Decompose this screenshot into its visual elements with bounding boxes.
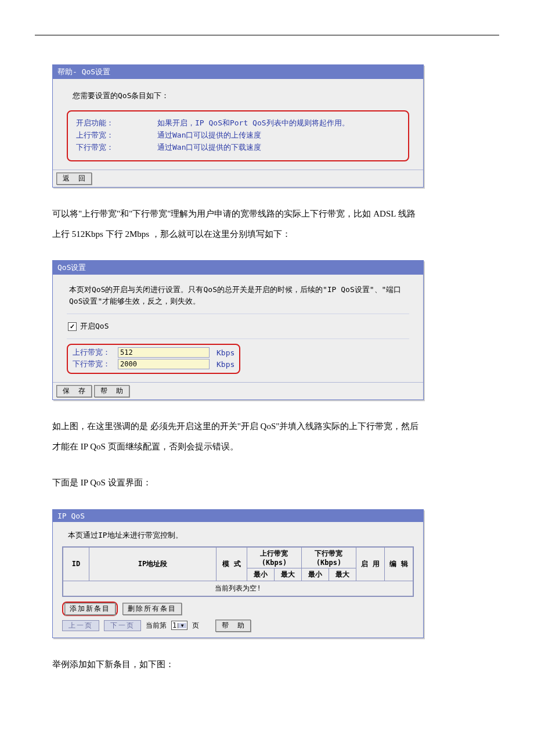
divider <box>67 339 409 339</box>
ip-qos-title: IP QoS <box>53 510 423 522</box>
uplink-input[interactable] <box>118 347 210 358</box>
page-select[interactable]: 1 ▼ <box>171 621 187 630</box>
help-row-enable: 开启功能： 如果开启，IP QoS和Port QoS列表中的规则将起作用。 <box>76 118 400 128</box>
ip-qos-table: ID IP地址段 模 式 上行带宽(Kbps) 下行带宽(Kbps) 启 用 编… <box>63 547 413 596</box>
th-up-group: 上行带宽(Kbps) <box>247 547 302 568</box>
downlink-input[interactable] <box>118 359 210 369</box>
page-prefix: 当前第 <box>146 621 167 631</box>
paragraph-1: 可以将"上行带宽"和"下行带宽"理解为用户申请的宽带线路的实际上下行带宽，比如 … <box>52 204 424 244</box>
th-mode: 模 式 <box>217 547 247 581</box>
page-select-value: 1 <box>172 621 176 629</box>
help-row-downlink: 下行带宽： 通过Wan口可以提供的下载速度 <box>76 142 400 153</box>
uplink-label: 上行带宽： <box>73 347 113 358</box>
delete-all-button[interactable]: 删除所有条目 <box>122 603 182 615</box>
help-qos-intro: 您需要设置的QoS条目如下： <box>73 91 403 101</box>
uplink-unit: Kbps <box>217 348 234 357</box>
save-button[interactable]: 保 存 <box>56 385 92 397</box>
help-qos-panel: 帮助- QoS设置 您需要设置的QoS条目如下： 开启功能： 如果开启，IP Q… <box>52 64 424 188</box>
divider <box>67 314 409 314</box>
empty-list-text: 当前列表为空! <box>63 581 413 596</box>
bandwidth-highlight-box: 上行带宽： Kbps 下行带宽： Kbps <box>67 344 240 374</box>
enable-qos-checkbox[interactable]: ✓ <box>68 322 77 331</box>
page-suffix: 页 <box>192 621 199 631</box>
th-up-min: 最小 <box>247 568 275 581</box>
help-button[interactable]: 帮 助 <box>94 385 129 397</box>
top-rule <box>35 35 499 35</box>
prev-page-button[interactable]: 上一页 <box>62 620 99 631</box>
downlink-row: 下行带宽： Kbps <box>73 359 234 369</box>
qos-settings-panel: QoS设置 本页对QoS的开启与关闭进行设置。只有QoS的总开关是开启的时候，后… <box>52 260 424 400</box>
paragraph-3: 下面是 IP QoS 设置界面： <box>52 473 424 493</box>
help-row-enable-label: 开启功能： <box>76 118 157 128</box>
help-row-uplink-label: 上行带宽： <box>76 130 157 141</box>
help-row-downlink-value: 通过Wan口可以提供的下载速度 <box>157 142 261 153</box>
chevron-down-icon: ▼ <box>178 623 186 628</box>
th-up-max: 最大 <box>274 568 301 581</box>
add-item-button[interactable]: 添加新条目 <box>64 603 116 615</box>
help-row-downlink-label: 下行带宽： <box>76 142 157 153</box>
qos-settings-desc: 本页对QoS的开启与关闭进行设置。只有QoS的总开关是开启的时候，后续的"IP … <box>69 284 407 307</box>
qos-settings-title: QoS设置 <box>53 261 423 275</box>
uplink-row: 上行带宽： Kbps <box>73 347 234 358</box>
paragraph-4: 举例添加如下新条目，如下图： <box>52 654 424 675</box>
th-down-max: 最大 <box>329 568 356 581</box>
th-enable: 启 用 <box>356 547 385 581</box>
help-row-uplink: 上行带宽： 通过Wan口可以提供的上传速度 <box>76 130 400 141</box>
ip-qos-table-wrap: ID IP地址段 模 式 上行带宽(Kbps) 下行带宽(Kbps) 启 用 编… <box>62 546 414 597</box>
help-qos-highlight-box: 开启功能： 如果开启，IP QoS和Port QoS列表中的规则将起作用。 上行… <box>67 110 409 161</box>
help-row-enable-value: 如果开启，IP QoS和Port QoS列表中的规则将起作用。 <box>157 118 349 128</box>
help-button-ipqos[interactable]: 帮 助 <box>215 620 251 632</box>
th-id: ID <box>63 547 89 581</box>
paragraph-2: 如上图，在这里强调的是 必须先开启这里的开关"开启 QoS"并填入线路实际的上下… <box>52 416 424 456</box>
help-qos-title: 帮助- QoS设置 <box>53 65 423 79</box>
th-ip-range: IP地址段 <box>89 547 217 581</box>
next-page-button[interactable]: 下一页 <box>104 620 141 631</box>
ip-qos-desc: 本页通过IP地址来进行带宽控制。 <box>68 530 412 541</box>
enable-qos-label: 开启QoS <box>80 321 109 332</box>
downlink-label: 下行带宽： <box>73 359 113 369</box>
th-down-group: 下行带宽(Kbps) <box>301 547 356 568</box>
ip-qos-panel: IP QoS 本页通过IP地址来进行带宽控制。 ID IP地址段 模 式 上行带… <box>52 509 424 638</box>
downlink-unit: Kbps <box>217 360 234 369</box>
back-button[interactable]: 返 回 <box>56 172 92 185</box>
th-down-min: 最小 <box>301 568 329 581</box>
th-edit: 编 辑 <box>385 547 413 581</box>
add-item-highlight: 添加新条目 <box>62 602 118 616</box>
help-row-uplink-value: 通过Wan口可以提供的上传速度 <box>157 130 261 141</box>
enable-qos-row: ✓ 开启QoS <box>67 319 409 334</box>
